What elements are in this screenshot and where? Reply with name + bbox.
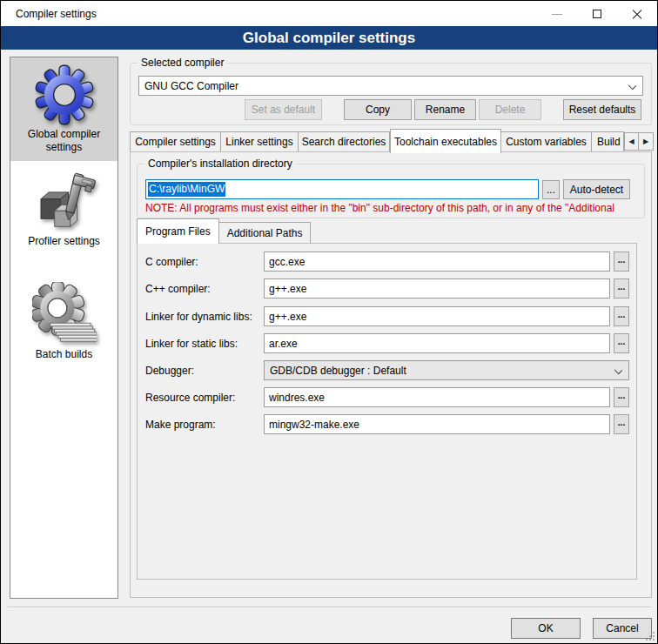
- chevron-down-icon: [628, 82, 636, 90]
- cancel-button[interactable]: Cancel: [593, 618, 652, 639]
- linker-dynamic-input[interactable]: [264, 306, 610, 326]
- tab-scroll-left-button[interactable]: ◀: [624, 132, 639, 151]
- tab-scroll-right-button[interactable]: ▶: [639, 132, 654, 151]
- selected-compiler-legend: Selected compiler: [138, 57, 227, 69]
- dialog-header: Global compiler settings: [1, 26, 657, 50]
- sidebar-item-profiler-settings[interactable]: Profiler settings: [10, 164, 118, 261]
- programs-subtabbar: Program Files Additional Paths: [137, 220, 311, 243]
- minimize-button[interactable]: [537, 1, 577, 27]
- installation-directory-input[interactable]: C:\raylib\MinGW: [145, 179, 539, 199]
- resize-grip[interactable]: [644, 630, 655, 641]
- installation-directory-legend: Compiler's installation directory: [144, 158, 296, 170]
- cpp-compiler-browse-button[interactable]: ...: [614, 278, 629, 299]
- c-compiler-input[interactable]: [264, 252, 610, 272]
- auto-detect-button[interactable]: Auto-detect: [563, 179, 630, 199]
- maximize-button[interactable]: [577, 1, 617, 27]
- sidebar-item-label: Profiler settings: [10, 235, 118, 248]
- resource-compiler-browse-button[interactable]: ...: [614, 387, 629, 407]
- resource-compiler-input[interactable]: [264, 387, 610, 407]
- sidebar-item-label: Batch builds: [10, 348, 118, 361]
- tab-search-directories[interactable]: Search directories: [299, 131, 390, 151]
- minimize-icon: [552, 14, 562, 15]
- reset-defaults-button[interactable]: Reset defaults: [563, 99, 641, 120]
- linker-static-browse-button[interactable]: ...: [614, 333, 629, 353]
- sidebar-item-batch-builds[interactable]: Batch builds: [10, 278, 118, 366]
- tab-compiler-settings[interactable]: Compiler settings: [130, 131, 221, 151]
- blue-gear-icon: [33, 62, 96, 128]
- rename-button[interactable]: Rename: [414, 99, 476, 120]
- linker-static-input[interactable]: [264, 333, 610, 353]
- caliper-blocks-icon: [33, 167, 96, 235]
- c-compiler-browse-button[interactable]: ...: [614, 252, 629, 272]
- linker-dynamic-label: Linker for dynamic libs:: [145, 311, 262, 323]
- linker-static-label: Linker for static libs:: [145, 338, 262, 350]
- settings-tabbar: Compiler settings Linker settings Search…: [130, 131, 624, 151]
- chevron-down-icon: [614, 366, 622, 374]
- selected-path-text: C:\raylib\MinGW: [148, 182, 225, 197]
- debugger-label: Debugger:: [145, 365, 262, 377]
- subtab-additional-paths[interactable]: Additional Paths: [219, 222, 312, 243]
- browse-directory-button[interactable]: ...: [542, 180, 560, 199]
- make-program-browse-button[interactable]: ...: [614, 414, 629, 434]
- compiler-select[interactable]: GNU GCC Compiler: [138, 76, 643, 96]
- close-icon: [631, 8, 643, 20]
- cpp-compiler-input[interactable]: [264, 278, 610, 299]
- make-program-label: Make program:: [145, 419, 262, 431]
- sidebar-item-global-compiler-settings[interactable]: Global compiler settings: [10, 57, 118, 161]
- debugger-select[interactable]: GDB/CDB debugger : Default: [264, 360, 629, 380]
- settings-category-list: Global compiler settings: [10, 57, 118, 599]
- tab-build-options[interactable]: Build options: [592, 131, 624, 151]
- maximize-icon: [593, 10, 601, 18]
- copy-button[interactable]: Copy: [344, 99, 412, 120]
- titlebar: Compiler settings: [1, 1, 657, 27]
- close-button[interactable]: [617, 1, 657, 27]
- tab-toolchain-executables[interactable]: Toolchain executables: [390, 129, 501, 153]
- cpp-compiler-label: C++ compiler:: [145, 283, 262, 295]
- sidebar-item-label: Global compiler settings: [10, 128, 118, 154]
- linker-dynamic-browse-button[interactable]: ...: [614, 306, 629, 326]
- subtab-program-files[interactable]: Program Files: [137, 218, 219, 244]
- set-as-default-button[interactable]: Set as default: [245, 99, 322, 120]
- ok-button[interactable]: OK: [511, 618, 581, 639]
- resource-compiler-label: Resource compiler:: [145, 392, 262, 404]
- note-text: NOTE: All programs must exist either in …: [145, 202, 648, 214]
- grey-gear-stack-icon: [32, 282, 97, 348]
- tab-linker-settings[interactable]: Linker settings: [221, 131, 299, 151]
- window-title: Compiler settings: [16, 8, 97, 20]
- compiler-settings-dialog: Compiler settings Global compiler settin…: [0, 0, 658, 644]
- footer-divider: [8, 607, 652, 608]
- c-compiler-label: C compiler:: [145, 256, 262, 268]
- delete-button[interactable]: Delete: [479, 99, 541, 120]
- tab-custom-variables[interactable]: Custom variables: [501, 131, 592, 151]
- make-program-input[interactable]: [264, 414, 610, 434]
